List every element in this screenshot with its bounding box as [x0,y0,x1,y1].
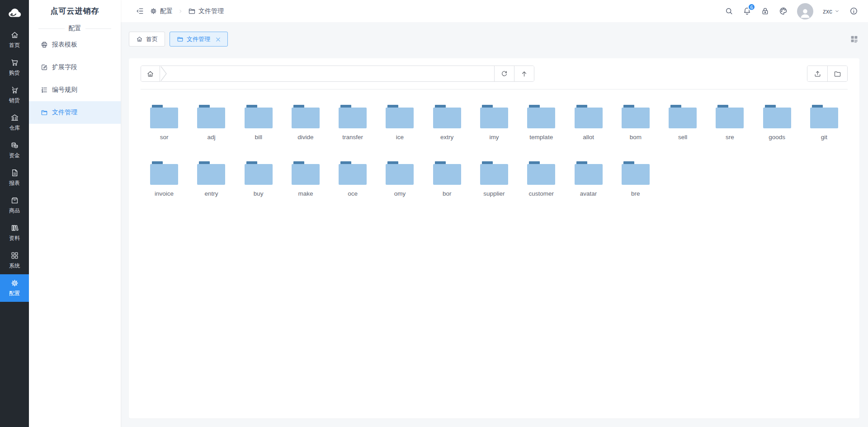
user-menu[interactable]: zxc [823,8,840,15]
submenu-item[interactable]: 编号规则 [29,79,121,101]
folder-item[interactable]: allot [565,105,612,141]
folder-icon [41,109,48,116]
folder-item[interactable]: supplier [471,161,518,197]
file-manager-panel: sor adj bill [129,58,859,418]
folder-item[interactable]: transfer [329,105,376,141]
sidebar-rail-item[interactable]: 销货 [0,81,29,109]
folder-item[interactable]: bom [612,105,659,141]
folder-icon [197,161,225,185]
lock-icon[interactable] [761,7,769,15]
header-actions: 6 zxc [725,3,868,19]
breadcrumb-item-files[interactable]: 文件管理 [188,7,224,15]
app-logo[interactable] [0,0,29,26]
folder-name: entry [204,190,218,197]
folder-name: git [821,134,827,141]
submenu-item[interactable]: 扩展字段 [29,56,121,79]
sidebar-rail-item[interactable]: 仓库 [0,109,29,136]
go-up-button[interactable] [514,66,534,81]
folder-item[interactable]: sell [659,105,706,141]
sidebar-rail-item[interactable]: 报表 [0,164,29,192]
folder-item[interactable]: extry [424,105,471,141]
folder-name: oce [348,190,358,197]
coins-icon [10,141,19,150]
sidebar-rail-item[interactable]: 商品 [0,192,29,219]
folder-item[interactable]: adj [188,105,235,141]
rail-item-label: 配置 [9,290,20,297]
arrow-up-icon [520,70,528,78]
folder-item[interactable]: git [801,105,848,141]
layout-icon[interactable] [849,34,859,44]
palette-icon[interactable] [779,7,788,15]
folder-item[interactable]: bre [612,161,659,197]
chevron-down-icon [834,8,840,14]
close-icon[interactable] [215,36,221,42]
home-icon [10,31,19,39]
path-bar [141,66,534,82]
folder-icon [386,161,414,185]
folder-name: avatar [580,190,597,197]
folder-icon [339,161,367,185]
folder-name: allot [583,134,594,141]
path-home-button[interactable] [141,66,160,81]
folder-item[interactable]: make [282,161,329,197]
folder-icon [622,105,650,128]
rail-item-label: 商品 [9,207,20,215]
notifications-button[interactable]: 6 [743,7,751,15]
folder-item[interactable]: imy [471,105,518,141]
info-icon[interactable] [849,7,858,15]
folder-icon [433,161,461,185]
folder-item[interactable]: template [518,105,565,141]
folder-item[interactable]: invoice [141,161,188,197]
submenu-item[interactable]: 文件管理 [29,101,121,124]
tab-file-management[interactable]: 文件管理 [170,32,228,47]
gear-icon [150,7,157,15]
rail-item-label: 首页 [9,42,20,49]
folder-item[interactable]: goods [753,105,800,141]
submenu-nav: 报表模板 扩展字段 编号规则 文件管理 [29,33,121,124]
folder-item[interactable]: bor [424,161,471,197]
grid-icon [10,251,19,260]
folder-icon [177,36,184,42]
folder-item[interactable]: sre [706,105,753,141]
folder-grid: sor adj bill [129,89,859,222]
breadcrumb-item-config[interactable]: 配置 [150,7,173,15]
folder-item[interactable]: buy [235,161,282,197]
folder-item[interactable]: customer [518,161,565,197]
sidebar-rail-item[interactable]: 购货 [0,54,29,81]
primary-nav: 首页 购货 销货 仓库 资金 报表 [0,26,29,302]
folder-item[interactable]: sor [141,105,188,141]
folder-name: extry [440,134,453,141]
refresh-button[interactable] [494,66,514,81]
folder-item[interactable]: ice [376,105,423,141]
sidebar-rail-item[interactable]: 系统 [0,247,29,274]
folder-name: goods [769,134,785,141]
home-icon [136,36,143,42]
field-icon [41,64,48,71]
folder-icon [339,105,367,128]
sidebar-rail-item[interactable]: 配置 [0,274,29,302]
tab-home[interactable]: 首页 [129,32,165,47]
folder-icon [810,105,838,128]
folder-item[interactable]: bill [235,105,282,141]
path-input[interactable] [160,66,494,81]
folder-item[interactable]: avatar [565,161,612,197]
new-folder-button[interactable] [827,66,847,81]
sidebar-rail-item[interactable]: 资金 [0,136,29,164]
folder-icon [527,105,555,128]
folder-icon [763,105,791,128]
sidebar-rail-item[interactable]: 资料 [0,219,29,247]
folder-item[interactable]: oce [329,161,376,197]
submenu-item-label: 文件管理 [52,108,77,117]
avatar[interactable] [797,3,813,19]
folder-name: bor [443,190,452,197]
app-title: 点可云进销存 [29,0,121,22]
search-icon[interactable] [725,7,733,15]
folder-item[interactable]: divide [282,105,329,141]
upload-button[interactable] [807,66,827,81]
menu-fold-icon[interactable] [136,7,144,15]
folder-item[interactable]: omy [376,161,423,197]
new-folder-icon [834,70,841,78]
sidebar-rail-item[interactable]: 首页 [0,26,29,54]
submenu-item[interactable]: 报表模板 [29,33,121,56]
folder-item[interactable]: entry [188,161,235,197]
